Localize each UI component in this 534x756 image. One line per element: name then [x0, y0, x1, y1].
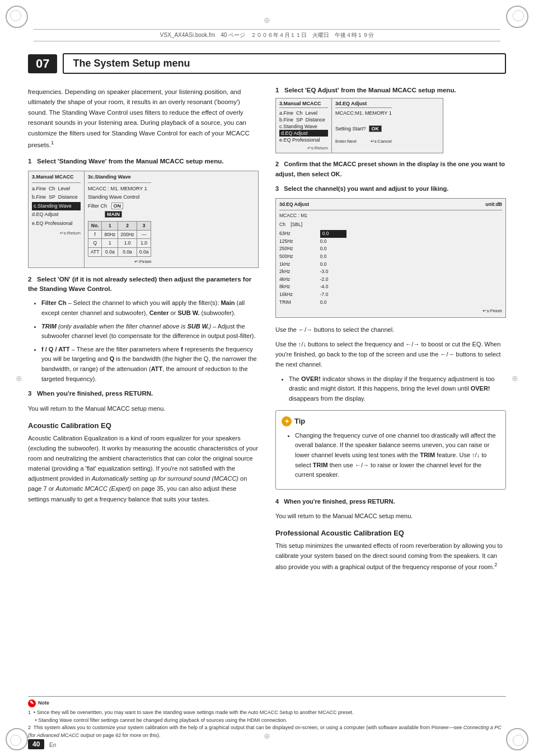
bullet-list-over: The OVER! indicator shows in the display…	[281, 374, 506, 404]
eq-val-16k: -7.0	[320, 291, 346, 299]
inner-corner-tr	[513, 10, 524, 21]
sw-td-q3: 1.0	[137, 239, 151, 248]
setting-start: Setting Start? OK	[335, 125, 392, 132]
note-box: ✎ Note 1 • Since they will be overwritte…	[28, 696, 506, 739]
note-item-1: 1 • Since they will be overwritten, you …	[28, 709, 506, 724]
bullet-subw-bold: SUB W.	[177, 309, 199, 316]
eq-val-250: 0.0	[320, 245, 346, 253]
sw-td-f: f	[88, 230, 102, 239]
bullet-filter-ch: Filter Ch – Select the channel to which …	[41, 298, 259, 318]
eq-finish: ↵s:Finish	[279, 308, 502, 315]
sw-td-q: Q	[88, 239, 102, 248]
sw-label: Standing Wave Control	[88, 193, 151, 202]
chapter-title: The System Setup menu	[63, 53, 506, 74]
eq-val-125: 0.0	[320, 238, 346, 246]
r-menu-item-d-selected: d.EQ Adjust	[279, 130, 328, 137]
tip-title-row: ✦ Tip	[282, 415, 500, 427]
eq-val-500: 0.0	[320, 253, 346, 261]
right-step2-text: 2 Confirm that the MCACC preset shown in…	[275, 159, 506, 179]
bullet-center-bold: Center	[149, 309, 169, 316]
section1-italic1: Automatically setting up for surround so…	[92, 475, 238, 482]
screen-panel-right-title-1: 3c.Standing Wave	[88, 173, 151, 183]
bullet-trim: TRIM (only available when the filter cha…	[41, 322, 259, 341]
tip-box: ✦ Tip Changing the frequency curve of on…	[275, 410, 506, 489]
sw-th-no: No.	[88, 221, 102, 230]
sw-td-att2: 0.0a	[118, 248, 137, 257]
screen-panel-title-1: 3.Manual MCACC	[32, 173, 81, 183]
eq-desc2: Use the ↑/↓ buttons to select the freque…	[275, 339, 506, 369]
eq-val-4k: -2.0	[320, 276, 346, 284]
tip-bullet: Changing the frequency curve of one chan…	[295, 431, 500, 480]
bullet-fqa-label: f / Q / ATT	[41, 346, 70, 353]
sw-th-3: 3	[137, 221, 151, 230]
enter-cancel-row: Enter:Next ↵s:Cancel	[335, 139, 392, 144]
over-bold2: OVER!	[471, 385, 490, 392]
main-content: frequencies. Depending on speaker placem…	[28, 87, 506, 711]
right-screen-left-title: 3.Manual MCACC	[279, 101, 328, 108]
eq-row-500: 500Hz	[279, 253, 320, 261]
eq-row-250: 250Hz	[279, 245, 320, 253]
right-mcacc-label: MCACC:M1. MEMORY 1	[335, 110, 392, 116]
tip-trim-bold: TRIM	[420, 452, 435, 458]
eq-desc1: Use the ←/→ buttons to select the channe…	[275, 325, 506, 335]
meta-text: VSX_AX4ASi.book.fm 40 ページ ２００６年４月１１日 火曜日…	[160, 32, 374, 38]
bullet-filter-ch-label: Filter Ch	[41, 299, 67, 306]
chapter-header: 07 The System Setup menu	[28, 53, 506, 74]
right-screen-panel-left: 3.Manual MCACC a.Fine Ch Level b.Fine SP…	[276, 98, 332, 153]
menu-item-e: e.EQ Professional	[32, 219, 81, 228]
sw-td-f1: 80Hz	[102, 230, 118, 239]
mcacc-label: MCACC : M1. MEMORY 1	[88, 185, 151, 194]
eq-val-trim: 0.0	[320, 299, 346, 307]
menu-item-b: b.Fine SP Distance	[32, 193, 81, 202]
menu-item-a: a.Fine Ch Level	[32, 185, 81, 194]
sw-td-f2: 200Hz	[118, 230, 137, 239]
eq-mcacc: MCACC : M1	[279, 212, 307, 220]
enter-next: Enter:Next	[335, 139, 357, 144]
note-label: Note	[38, 699, 49, 707]
sw-td-f3: ---	[137, 230, 151, 239]
footnote-ref-2: 2	[494, 562, 497, 567]
right-screen-right-title: 3d.EQ Adjust	[335, 101, 392, 108]
sw-td-q1: 1	[102, 239, 118, 248]
tip-label: Tip	[294, 415, 305, 427]
tip-content: Changing the frequency curve of one chan…	[287, 431, 500, 480]
eq-row-63: 63Hz	[279, 230, 320, 238]
page-number: 40	[28, 739, 44, 749]
sw-td-att: ATT	[88, 248, 102, 257]
sw-table: No. 1 2 3 f 80Hz 200Hz --- Q	[88, 221, 151, 257]
eq-unit: unit:dB	[485, 201, 502, 209]
section2-body: This setup minimizes the unwanted effect…	[275, 541, 506, 572]
r-menu-item-c: c.Standing Wave	[279, 123, 328, 130]
page-lang: En	[49, 742, 56, 748]
tip-icon: ✦	[282, 416, 292, 426]
intro-paragraph: frequencies. Depending on speaker placem…	[28, 87, 259, 150]
eq-val-1k: 0.0	[320, 261, 346, 269]
bullet-over: The OVER! indicator shows in the display…	[289, 374, 506, 404]
inner-corner-bl	[10, 735, 21, 746]
footnote-ref-1: 1	[51, 139, 54, 145]
bullet-subw2: SUB W.	[187, 323, 209, 330]
note-title-row: ✎ Note	[28, 699, 506, 707]
eq-title: 3d.EQ Adjust	[279, 201, 309, 209]
over-bold1: OVER!	[301, 375, 321, 382]
bullet-fqa: f / Q / ATT – These are the filter param…	[41, 345, 259, 384]
left-step3-heading: 3 When you're finished, press RETURN.	[28, 388, 259, 398]
eq-row-1k: 1kHz	[279, 261, 320, 269]
bullet-trim-label: TRIM	[41, 323, 57, 330]
eq-freq-table: 63Hz0.0 125Hz0.0 250Hz0.0 500Hz0.0 1kHz0…	[279, 230, 346, 306]
eq-row-4k: 4kHz	[279, 276, 320, 284]
screen-return-1: ↵s:Return	[32, 230, 81, 237]
screen-panel-left-1: 3.Manual MCACC a.Fine Ch Level b.Fine SP…	[29, 171, 85, 267]
right-step4-heading: 4 When you're finished, press RETURN.	[275, 496, 506, 506]
bullet-f-bold: f	[181, 346, 183, 353]
sw-th-1: 1	[102, 221, 118, 230]
spacer2	[335, 132, 392, 137]
eq-row-125: 125Hz	[279, 238, 320, 246]
left-step1-heading: 1 Select 'Standing Wave' from the Manual…	[28, 157, 259, 166]
crosshair-right: ⊕	[512, 374, 518, 383]
two-column-layout: frequencies. Depending on speaker placem…	[28, 87, 506, 576]
sw-td-att3: 0.0a	[137, 248, 151, 257]
section1-body: Acoustic Calibration Equalization is a k…	[28, 433, 259, 504]
section1-italic2: Automatic MCACC (Expert)	[56, 485, 131, 492]
section2-title: Professional Acoustic Calibration EQ	[275, 529, 506, 537]
